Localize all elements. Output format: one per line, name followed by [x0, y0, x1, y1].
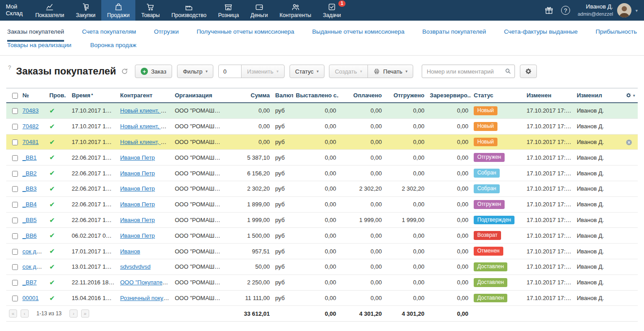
column-header-invoiced[interactable]: Выставлено с...: [293, 88, 339, 103]
status-badge[interactable]: Отгружен: [474, 200, 505, 209]
nav-item-purchases[interactable]: Закупки: [70, 0, 101, 21]
row-checkbox[interactable]: [12, 124, 18, 130]
order-number-link[interactable]: _ВВ7: [22, 279, 37, 286]
create-order-button[interactable]: + Заказ: [135, 65, 172, 78]
counterparty-link[interactable]: Новый клиент, источ...: [120, 107, 172, 114]
row-checkbox[interactable]: [12, 218, 18, 223]
tab-shipments[interactable]: Отгрузки: [154, 28, 178, 42]
row-checkbox[interactable]: [12, 155, 18, 161]
status-badge[interactable]: Отгружен: [474, 153, 505, 162]
column-header-changed-by[interactable]: Изменил: [574, 88, 619, 103]
order-number-link[interactable]: _ВВ1: [22, 154, 37, 161]
user-menu[interactable]: Иванов Д. admin@denzzel ▾: [578, 3, 638, 17]
status-badge[interactable]: Новый: [474, 122, 497, 131]
filter-button[interactable]: Фильтр ▾: [177, 65, 213, 78]
row-checkbox[interactable]: [12, 186, 18, 192]
order-number-link[interactable]: _ВВ5: [22, 217, 37, 223]
gift-icon[interactable]: [545, 6, 553, 15]
status-badge[interactable]: Подтвержден: [474, 216, 514, 225]
column-header-shipped[interactable]: Отгружено: [385, 88, 427, 103]
counterparty-link[interactable]: Новый клиент, источ...: [120, 123, 172, 130]
create-button[interactable]: Создать ▾: [329, 65, 368, 78]
order-row[interactable]: 00001✔15.04.2016 12:05Розничный покупате…: [6, 290, 638, 306]
nav-item-indicators[interactable]: Показатели: [30, 0, 70, 21]
nav-item-retail[interactable]: Розница: [212, 0, 245, 21]
order-number-link[interactable]: сок добр...: [22, 248, 47, 255]
close-icon[interactable]: [626, 139, 632, 146]
order-number-link[interactable]: 70481: [22, 139, 39, 145]
tab-sales-funnel[interactable]: Воронка продаж: [90, 42, 136, 55]
counterparty-link[interactable]: Иванов Петр: [120, 201, 155, 208]
column-header-currency[interactable]: Валюта: [272, 88, 293, 103]
row-checkbox[interactable]: [12, 108, 18, 114]
tab-consignment-goods[interactable]: Товары на реализации: [7, 42, 71, 55]
tab-profitability[interactable]: Прибыльность: [596, 28, 637, 42]
status-badge[interactable]: Собран: [474, 169, 500, 178]
column-header-status[interactable]: Статус: [471, 88, 524, 103]
status-badge[interactable]: Доставлен: [474, 278, 507, 287]
order-row[interactable]: _ВВ7✔22.11.2016 18:17ООО "Покупатель"ООО…: [6, 274, 638, 290]
page-help-icon[interactable]: ?: [8, 65, 11, 71]
column-header-counterparty[interactable]: Контрагент: [117, 88, 172, 103]
column-header-number[interactable]: №: [20, 88, 47, 103]
counterparty-link[interactable]: Розничный покупате...: [120, 295, 172, 301]
last-page-button[interactable]: »: [81, 309, 89, 318]
status-button[interactable]: Статус ▾: [290, 65, 325, 78]
status-badge[interactable]: Новый: [474, 106, 497, 115]
first-page-button[interactable]: «: [9, 309, 17, 318]
status-badge[interactable]: Доставлен: [474, 262, 507, 271]
tab-issued-commission-reports[interactable]: Выданные отчеты комиссионера: [312, 28, 404, 42]
order-row[interactable]: _ВВ3✔22.06.2017 15:38Иванов ПетрООО "РОМ…: [6, 181, 638, 197]
counterparty-link[interactable]: ООО "Покупатель": [120, 279, 171, 286]
print-button[interactable]: Печать ▾: [367, 65, 413, 78]
search-input[interactable]: [422, 65, 515, 78]
column-header-organization[interactable]: Организация: [172, 88, 225, 103]
status-badge[interactable]: Доставлен: [474, 294, 507, 303]
order-row[interactable]: 70483✔17.10.2017 13:22Новый клиент, исто…: [6, 103, 638, 118]
edit-button[interactable]: Изменить ▾: [241, 65, 284, 78]
row-checkbox[interactable]: [12, 296, 18, 301]
nav-item-production[interactable]: Производство: [165, 0, 212, 21]
tab-customer-returns[interactable]: Возвраты покупателей: [422, 28, 486, 42]
status-badge[interactable]: Отменен: [474, 247, 503, 256]
order-row[interactable]: _ВВ2✔22.06.2017 15:38Иванов ПетрООО "РОМ…: [6, 166, 638, 181]
row-checkbox[interactable]: [12, 139, 18, 145]
column-header-reserved[interactable]: Зарезервиро...: [427, 88, 471, 103]
tab-customer-orders[interactable]: Заказы покупателей: [7, 28, 64, 42]
settings-button[interactable]: [520, 65, 537, 78]
help-icon[interactable]: ?: [561, 6, 570, 15]
column-settings[interactable]: ▾: [619, 88, 638, 103]
tab-received-commission-reports[interactable]: Полученные отчеты комиссионера: [197, 28, 294, 42]
row-checkbox[interactable]: [12, 171, 18, 177]
next-page-button[interactable]: ›: [69, 309, 78, 318]
column-header-approved[interactable]: Пров.: [47, 88, 69, 103]
order-row[interactable]: _ВВ4✔22.06.2017 15:38Иванов ПетрООО "РОМ…: [6, 196, 638, 212]
order-number-link[interactable]: _ВВ2: [22, 170, 37, 177]
nav-item-money[interactable]: Деньги: [245, 0, 274, 21]
column-header-time[interactable]: Время▴: [69, 88, 117, 103]
nav-item-sales[interactable]: Продажи: [101, 0, 135, 21]
nav-item-contractors[interactable]: Контрагенты: [274, 0, 317, 21]
order-number-link[interactable]: _ВВ3: [22, 185, 37, 192]
status-badge[interactable]: Возврат: [474, 231, 501, 240]
order-row[interactable]: _ВВ6✔06.02.2017 09:43Иванов ПетрООО "РОМ…: [6, 228, 638, 244]
row-checkbox[interactable]: [12, 280, 18, 286]
status-badge[interactable]: Новый: [474, 138, 497, 147]
counterparty-link[interactable]: Иванов Петр: [120, 170, 155, 177]
refresh-icon[interactable]: [121, 68, 128, 75]
status-badge[interactable]: Собран: [474, 184, 500, 193]
nav-item-goods[interactable]: Товары: [135, 0, 165, 21]
order-row[interactable]: 70481✔17.10.2017 13:21Новый клиент, исто…: [6, 134, 638, 150]
counterparty-link[interactable]: Иванов Петр: [120, 232, 155, 239]
counterparty-link[interactable]: Новый клиент, источ...: [120, 139, 172, 145]
column-header-changed[interactable]: Изменен: [524, 88, 574, 103]
prev-page-button[interactable]: ‹: [21, 309, 29, 318]
order-row[interactable]: сок добр...✔17.01.2017 10:47ИвановООО "Р…: [6, 244, 638, 259]
order-number-link[interactable]: 70482: [22, 123, 39, 130]
order-row[interactable]: _ВВ1✔22.06.2017 15:38Иванов ПетрООО "РОМ…: [6, 150, 638, 166]
order-row[interactable]: _ВВ5✔22.06.2017 15:38Иванов ПетрООО "РОМ…: [6, 212, 638, 228]
row-checkbox[interactable]: [12, 233, 18, 239]
counterparty-link[interactable]: Иванов Петр: [120, 217, 155, 223]
search-icon[interactable]: [505, 68, 511, 74]
column-header-paid[interactable]: Оплачено: [339, 88, 385, 103]
